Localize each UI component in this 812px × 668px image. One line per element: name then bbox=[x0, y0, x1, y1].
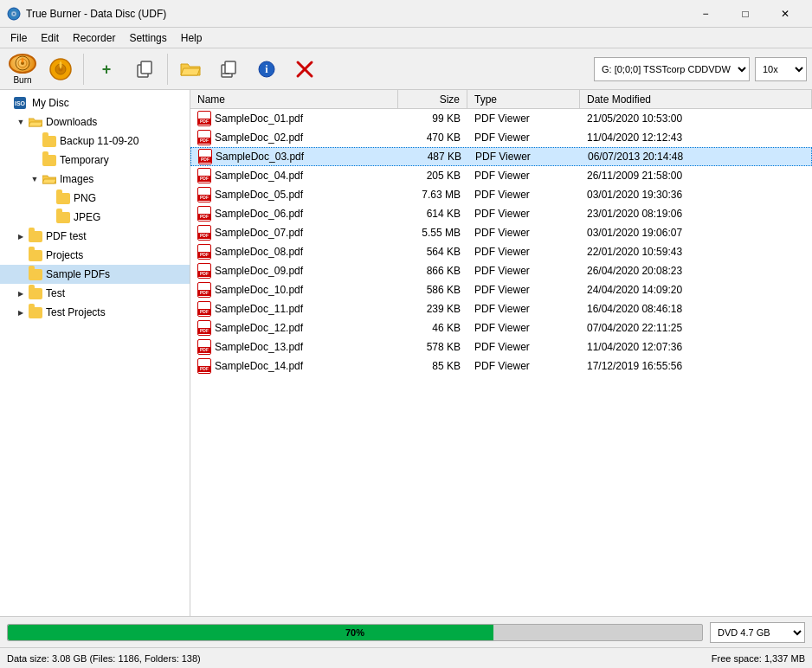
pdf-icon bbox=[197, 282, 211, 298]
sidebar-label-projects: Projects bbox=[46, 249, 186, 261]
menu-edit[interactable]: Edit bbox=[34, 29, 66, 48]
pdf-icon bbox=[197, 263, 211, 279]
burn-icon bbox=[9, 54, 36, 74]
svg-rect-10 bbox=[141, 61, 151, 74]
file-date-cell: 03/01/2020 19:30:36 bbox=[580, 189, 812, 201]
file-type-cell: PDF Viewer bbox=[467, 132, 580, 144]
toggle-temporary bbox=[28, 151, 42, 170]
sidebar-label-test: Test bbox=[46, 287, 186, 299]
file-type-cell: PDF Viewer bbox=[467, 284, 580, 296]
dvd-select-container: DVD 4.7 GB DVD 8.5 GB CD 700 MB bbox=[710, 622, 805, 643]
table-row[interactable]: SampleDoc_13.pdf 578 KB PDF Viewer 11/04… bbox=[190, 337, 812, 356]
toggle-samplepdfs bbox=[14, 265, 28, 284]
open-folder-button[interactable] bbox=[173, 52, 208, 87]
pdf-icon bbox=[197, 111, 211, 126]
table-row[interactable]: SampleDoc_08.pdf 564 KB PDF Viewer 22/01… bbox=[190, 242, 812, 261]
burn-button[interactable]: Burn bbox=[5, 52, 40, 87]
menu-bar: File Edit Recorder Settings Help bbox=[0, 28, 812, 48]
dvd-selector[interactable]: DVD 4.7 GB DVD 8.5 GB CD 700 MB bbox=[710, 622, 805, 643]
folder-icon-pdftest bbox=[28, 228, 43, 244]
title-bar: True Burner - Data Disc (UDF) − □ ✕ bbox=[0, 0, 812, 28]
menu-recorder[interactable]: Recorder bbox=[66, 29, 122, 48]
table-row[interactable]: SampleDoc_05.pdf 7.63 MB PDF Viewer 03/0… bbox=[190, 185, 812, 204]
sidebar-item-test[interactable]: ▶ Test bbox=[0, 284, 190, 303]
file-name-cell: SampleDoc_10.pdf bbox=[190, 282, 398, 298]
edit-button[interactable] bbox=[43, 52, 78, 87]
sidebar-item-mydisc[interactable]: ISO My Disc bbox=[0, 93, 190, 112]
delete-button[interactable] bbox=[287, 52, 322, 87]
pdf-icon bbox=[197, 320, 211, 336]
sidebar-item-backup[interactable]: Backup 11-09-20 bbox=[0, 132, 190, 151]
file-name: SampleDoc_08.pdf bbox=[215, 246, 303, 258]
file-name-cell: SampleDoc_11.pdf bbox=[190, 301, 398, 317]
toolbar-right: G: [0;0;0] TSSTcorp CDDVDW 10x 8x 4x 2x … bbox=[594, 57, 807, 81]
file-type-cell: PDF Viewer bbox=[467, 112, 580, 125]
toggle-test: ▶ bbox=[14, 284, 28, 303]
sidebar-label-jpeg: JPEG bbox=[74, 211, 186, 223]
folder-icon-projects bbox=[28, 247, 43, 263]
file-size-cell: 564 KB bbox=[398, 246, 467, 258]
table-row[interactable]: SampleDoc_01.pdf 99 KB PDF Viewer 21/05/… bbox=[190, 109, 812, 128]
folder-icon-jpeg bbox=[55, 209, 71, 225]
file-name: SampleDoc_11.pdf bbox=[215, 303, 303, 315]
col-header-name[interactable]: Name bbox=[190, 90, 398, 108]
file-name-cell: SampleDoc_04.pdf bbox=[190, 168, 398, 183]
file-date-cell: 11/04/2020 12:12:43 bbox=[580, 132, 812, 144]
speed-selector[interactable]: 10x 8x 4x 2x 1x bbox=[755, 57, 807, 81]
remove-button[interactable] bbox=[211, 52, 246, 87]
sidebar-item-png[interactable]: PNG bbox=[0, 189, 190, 208]
table-row[interactable]: SampleDoc_11.pdf 239 KB PDF Viewer 16/04… bbox=[190, 299, 812, 318]
add-button[interactable]: + bbox=[89, 52, 124, 87]
sidebar-item-images[interactable]: ▼ Images bbox=[0, 170, 190, 189]
main-content: ISO My Disc ▼ Downloads Backup 11-09-20 bbox=[0, 90, 812, 616]
menu-settings[interactable]: Settings bbox=[122, 29, 173, 48]
menu-help[interactable]: Help bbox=[174, 29, 209, 48]
toolbar: Burn + bbox=[0, 48, 812, 90]
folder-icon-testprojects bbox=[28, 305, 43, 320]
file-size-cell: 99 KB bbox=[398, 112, 467, 125]
menu-file[interactable]: File bbox=[3, 29, 34, 48]
info-button[interactable]: i bbox=[249, 52, 284, 87]
col-header-size[interactable]: Size bbox=[398, 90, 467, 108]
pdf-icon bbox=[198, 149, 212, 164]
file-type-cell: PDF Viewer bbox=[467, 341, 580, 353]
table-row[interactable]: SampleDoc_02.pdf 470 KB PDF Viewer 11/04… bbox=[190, 128, 812, 147]
sidebar-label-mydisc: My Disc bbox=[32, 97, 186, 109]
table-row[interactable]: SampleDoc_07.pdf 5.55 MB PDF Viewer 03/0… bbox=[190, 223, 812, 242]
toggle-jpeg bbox=[42, 208, 55, 227]
table-row[interactable]: SampleDoc_09.pdf 866 KB PDF Viewer 26/04… bbox=[190, 261, 812, 280]
table-row[interactable]: SampleDoc_12.pdf 46 KB PDF Viewer 07/04/… bbox=[190, 318, 812, 337]
file-name: SampleDoc_12.pdf bbox=[215, 322, 303, 334]
file-date-cell: 26/04/2020 20:08:23 bbox=[580, 265, 812, 277]
pdf-icon bbox=[197, 168, 211, 183]
file-type-cell: PDF Viewer bbox=[467, 189, 580, 201]
file-date-cell: 24/04/2020 14:09:20 bbox=[580, 284, 812, 296]
sidebar-item-projects[interactable]: Projects bbox=[0, 246, 190, 265]
sidebar-item-pdftest[interactable]: ▶ PDF test bbox=[0, 227, 190, 246]
table-row[interactable]: SampleDoc_04.pdf 205 KB PDF Viewer 26/11… bbox=[190, 166, 812, 185]
file-name-cell: SampleDoc_08.pdf bbox=[190, 244, 398, 260]
sidebar-label-pdftest: PDF test bbox=[46, 230, 186, 242]
file-size-cell: 487 KB bbox=[399, 151, 468, 163]
sidebar-item-jpeg[interactable]: JPEG bbox=[0, 208, 190, 227]
drive-selector[interactable]: G: [0;0;0] TSSTcorp CDDVDW bbox=[594, 57, 750, 81]
close-button[interactable]: ✕ bbox=[765, 0, 805, 28]
table-row[interactable]: SampleDoc_10.pdf 586 KB PDF Viewer 24/04… bbox=[190, 280, 812, 299]
minimize-button[interactable]: − bbox=[686, 0, 725, 28]
col-header-type[interactable]: Type bbox=[467, 90, 580, 108]
maximize-button[interactable]: □ bbox=[725, 0, 765, 28]
file-size-cell: 578 KB bbox=[398, 341, 467, 353]
sidebar-item-samplepdfs[interactable]: Sample PDFs bbox=[0, 265, 190, 284]
table-row[interactable]: SampleDoc_03.pdf 487 KB PDF Viewer 06/07… bbox=[190, 147, 812, 166]
sidebar-item-temporary[interactable]: Temporary bbox=[0, 151, 190, 170]
col-header-date[interactable]: Date Modified bbox=[580, 90, 812, 108]
table-row[interactable]: SampleDoc_14.pdf 85 KB PDF Viewer 17/12/… bbox=[190, 356, 812, 376]
copy-button[interactable] bbox=[127, 52, 162, 87]
progress-bar-area: 70% DVD 4.7 GB DVD 8.5 GB CD 700 MB bbox=[0, 616, 812, 647]
file-type-cell: PDF Viewer bbox=[467, 360, 580, 372]
folder-icon-temporary bbox=[42, 152, 57, 168]
sidebar-item-downloads[interactable]: ▼ Downloads bbox=[0, 112, 190, 132]
sidebar-item-testprojects[interactable]: ▶ Test Projects bbox=[0, 303, 190, 322]
table-row[interactable]: SampleDoc_06.pdf 614 KB PDF Viewer 23/01… bbox=[190, 204, 812, 223]
remove-icon bbox=[219, 60, 238, 79]
